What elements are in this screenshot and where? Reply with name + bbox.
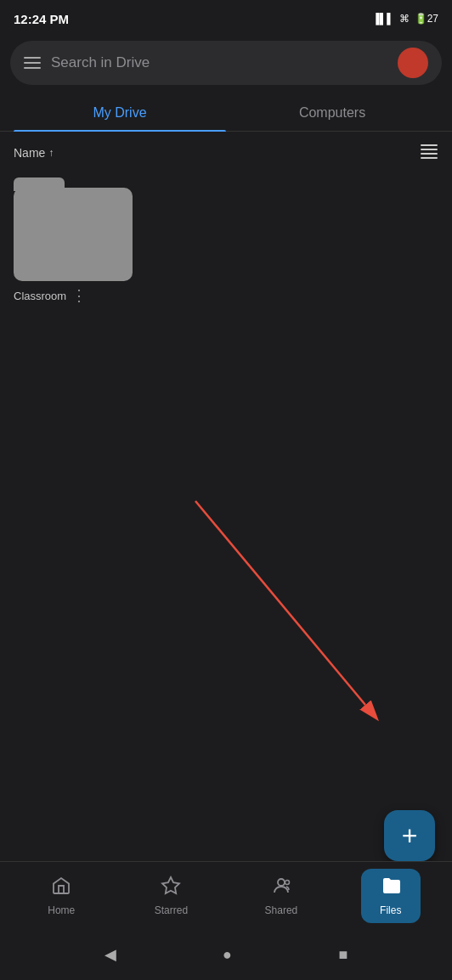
- tab-my-drive[interactable]: My Drive: [14, 95, 226, 131]
- status-icons: ▐▌▌ ⌘ 🔋27: [372, 13, 438, 25]
- list-item: Classroom ⋮: [14, 188, 133, 303]
- file-grid: Classroom ⋮: [0, 174, 452, 317]
- nav-label-files: Files: [380, 904, 401, 916]
- home-button[interactable]: ●: [223, 946, 232, 964]
- svg-line-5: [195, 501, 365, 705]
- fab-plus-icon: +: [402, 822, 418, 849]
- recents-button[interactable]: ■: [338, 946, 347, 964]
- view-toggle-button[interactable]: [420, 142, 438, 164]
- svg-rect-3: [421, 157, 438, 159]
- folder-icon[interactable]: [14, 188, 133, 281]
- signal-icon: ▐▌▌: [372, 13, 394, 25]
- nav-item-home[interactable]: Home: [31, 869, 91, 923]
- svg-point-8: [285, 880, 289, 884]
- starred-icon: [161, 876, 181, 901]
- sort-row: Name ↑: [0, 132, 452, 174]
- nav-item-files[interactable]: Files: [361, 869, 421, 923]
- menu-icon[interactable]: [24, 57, 41, 69]
- back-button[interactable]: ◀: [105, 945, 116, 964]
- sort-direction-icon: ↑: [48, 147, 54, 159]
- svg-point-7: [278, 879, 285, 886]
- fab-button[interactable]: +: [384, 810, 435, 861]
- status-time: 12:24 PM: [14, 12, 69, 26]
- file-name-row: Classroom ⋮: [14, 288, 133, 303]
- battery-icon: 🔋27: [415, 13, 438, 25]
- sort-label-text: Name: [14, 146, 45, 160]
- shared-icon: [271, 876, 291, 901]
- status-bar: 12:24 PM ▐▌▌ ⌘ 🔋27: [0, 0, 452, 37]
- nav-label-shared: Shared: [265, 904, 298, 916]
- tab-computers[interactable]: Computers: [226, 95, 438, 131]
- nav-item-shared[interactable]: Shared: [251, 869, 312, 923]
- annotation-arrow: [170, 476, 425, 747]
- nav-item-starred[interactable]: Starred: [141, 869, 201, 923]
- files-icon: [381, 876, 401, 901]
- svg-rect-0: [421, 144, 438, 146]
- wifi-icon: ⌘: [399, 13, 410, 25]
- avatar[interactable]: [398, 48, 428, 78]
- svg-marker-6: [162, 877, 179, 893]
- more-options-button[interactable]: ⋮: [71, 288, 87, 303]
- nav-label-starred: Starred: [155, 904, 188, 916]
- system-nav: ◀ ● ■: [0, 929, 452, 980]
- search-input[interactable]: Search in Drive: [51, 54, 387, 71]
- svg-rect-2: [421, 153, 438, 155]
- home-icon: [51, 876, 71, 901]
- svg-rect-1: [421, 149, 438, 150]
- tabs-container: My Drive Computers: [0, 95, 452, 132]
- bottom-nav: Home Starred Shared Files: [0, 861, 452, 929]
- sort-button[interactable]: Name ↑: [14, 146, 54, 160]
- nav-label-home: Home: [48, 904, 75, 916]
- file-name: Classroom: [14, 290, 66, 302]
- search-bar[interactable]: Search in Drive: [10, 41, 442, 85]
